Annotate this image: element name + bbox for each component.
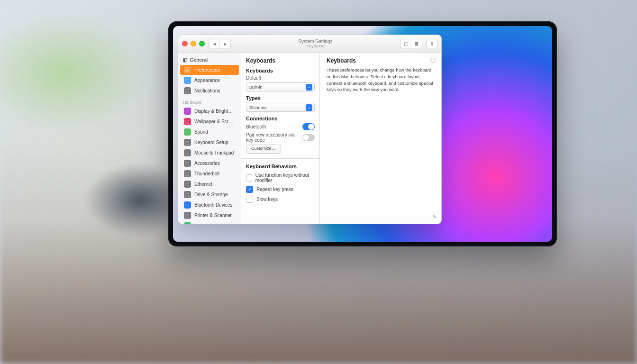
chevron-down-icon: ⌄ (306, 84, 312, 91)
sidebar-header: ◧ General (178, 55, 241, 64)
sidebar-item-label: Preferences (194, 67, 220, 73)
group-connections-label: Connections (246, 116, 315, 121)
sidebar-item-sound[interactable]: ⬚Sound (180, 127, 239, 137)
checkbox-label: Use function keys without modifier (255, 173, 315, 183)
sidebar-item-display[interactable]: ⬚Display & Brightness (180, 106, 239, 116)
minimize-button[interactable] (191, 41, 196, 46)
home-icon: ⌂ (184, 66, 191, 73)
settings-form-column: Keyboards Keyboards Default Built-in ⌄ T… (241, 53, 320, 224)
info-icon[interactable]: ⓘ (430, 57, 436, 64)
nav-forward-button[interactable]: ▸ (219, 39, 230, 48)
behavior-check-row[interactable]: Slow keys (246, 194, 315, 204)
desktop-wallpaper: ◂ ▸ System Settings Keyboard ▢ ≣ ⇪ ◧ (173, 26, 552, 242)
sidebar-item-label: Accessories (194, 161, 220, 166)
sidebar-item-notifications[interactable]: ⬚ Notifications (180, 86, 239, 96)
window-title-area: System Settings Keyboard (235, 39, 396, 49)
checkbox[interactable] (246, 196, 253, 203)
window-controls (182, 41, 205, 46)
sidebar-item-accessories[interactable]: ⬚Accessories (180, 158, 239, 168)
network-icon: ⬚ (184, 222, 191, 224)
sidebar-item-label: Bluetooth Devices (194, 202, 233, 208)
behavior-check-row[interactable]: ✓ Repeat key press (246, 184, 315, 194)
sidebar-item-label: Keyboard Setup (194, 140, 228, 145)
group-behaviors-label: Keyboard Behaviors (246, 164, 315, 169)
share-button[interactable]: ⇪ (426, 39, 437, 48)
sidebar-item-label: Drive & Storage (194, 192, 228, 197)
sidebar-item-thunderbolt[interactable]: ⬚Thunderbolt (180, 169, 239, 179)
sidebar-section-label: Hardware (178, 96, 241, 106)
laptop-frame: ◂ ▸ System Settings Keyboard ▢ ≣ ⇪ ◧ (168, 21, 557, 246)
edit-icon[interactable]: ✎ (432, 214, 437, 220)
sidebar-item-label: Ethernet (194, 182, 212, 187)
detail-description: These preferences let you change how the… (327, 67, 435, 93)
bluetooth-toggle-label: Bluetooth (246, 124, 266, 129)
checkbox-label: Repeat key press (256, 187, 293, 192)
sidebar-item-preferences[interactable]: ⌂ Preferences (180, 65, 239, 75)
sidebar-item-bluetooth[interactable]: ⬚Bluetooth Devices (180, 200, 239, 210)
default-keyboard-select[interactable]: Built-in ⌄ (246, 82, 315, 91)
bluetooth-icon: ⬚ (184, 201, 191, 209)
sidebar-item-label: Network (194, 223, 212, 224)
keyboard-type-select[interactable]: Standard ⌄ (246, 103, 315, 112)
display-icon: ⬚ (184, 108, 191, 115)
view-panel-icon[interactable]: ▢ (400, 39, 411, 48)
sidebar-item-label: Wallpaper & Screen (194, 119, 235, 124)
checkbox[interactable]: ✓ (246, 186, 253, 193)
thunderbolt-icon: ⬚ (184, 170, 191, 177)
pair-toggle-label: Pair new accessory via key code (246, 132, 300, 143)
sidebar-item-ethernet[interactable]: ⬚Ethernet (180, 179, 239, 189)
window-toolbar: ◂ ▸ System Settings Keyboard ▢ ≣ ⇪ (178, 35, 441, 53)
settings-sidebar[interactable]: ◧ General ⌂ Preferences ⬚ Appearance ⬚ N… (178, 53, 241, 224)
sound-icon: ⬚ (184, 128, 191, 136)
close-button[interactable] (182, 41, 188, 46)
default-keyboard-label: Default (246, 75, 261, 81)
wallpaper-icon: ⬚ (184, 118, 191, 125)
checkbox[interactable] (246, 174, 252, 182)
accessories-icon: ⬚ (184, 160, 191, 167)
appearance-icon: ⬚ (184, 77, 191, 84)
detail-title: Keyboards (327, 57, 435, 64)
pair-toggle[interactable] (302, 134, 315, 141)
sidebar-item-label: Notifications (194, 88, 220, 93)
panel-title: Keyboards (246, 57, 315, 64)
behavior-check-row[interactable]: Use function keys without modifier (246, 171, 315, 184)
sidebar-item-label: Display & Brightness (194, 109, 235, 114)
sidebar-item-mouse[interactable]: ⬚Mouse & Trackpad (180, 148, 239, 158)
divider (241, 158, 319, 159)
sidebar-item-label: Appearance (194, 78, 220, 83)
sidebar-item-printer[interactable]: ⬚Printer & Scanner (180, 210, 239, 220)
notifications-icon: ⬚ (184, 87, 191, 94)
select-value: Built-in (249, 85, 263, 90)
chevron-down-icon: ⌄ (306, 104, 312, 111)
checkbox-label: Slow keys (256, 197, 278, 202)
window-subtitle: Keyboard (235, 44, 396, 49)
group-keyboards-label: Keyboards (246, 68, 315, 73)
nav-segmented: ◂ ▸ (209, 39, 231, 48)
view-list-icon[interactable]: ≣ (411, 39, 422, 48)
sidebar-item-keyboard[interactable]: ⬚Keyboard Setup (180, 137, 239, 147)
sidebar-item-storage[interactable]: ⬚Drive & Storage (180, 190, 239, 200)
sidebar-item-label: Mouse & Trackpad (194, 150, 234, 155)
detail-column: Keyboards These preferences let you chan… (320, 53, 441, 224)
select-value: Standard (249, 105, 267, 110)
settings-window: ◂ ▸ System Settings Keyboard ▢ ≣ ⇪ ◧ (178, 35, 442, 224)
customize-button[interactable]: Customize… (246, 145, 281, 154)
storage-icon: ⬚ (184, 191, 191, 198)
keyboard-icon: ⬚ (184, 139, 191, 146)
mouse-icon: ⬚ (184, 149, 191, 156)
ethernet-icon: ⬚ (184, 181, 191, 188)
zoom-button[interactable] (199, 41, 205, 46)
sidebar-header-label: General (190, 57, 208, 63)
window-title: System Settings (235, 39, 396, 44)
sidebar-item-wallpaper[interactable]: ⬚Wallpaper & Screen (180, 117, 239, 127)
sidebar-item-label: Thunderbolt (194, 171, 219, 176)
sidebar-item-label: Printer & Scanner (194, 213, 232, 218)
view-segmented: ▢ ≣ (400, 39, 422, 48)
window-body: ◧ General ⌂ Preferences ⬚ Appearance ⬚ N… (178, 53, 441, 224)
content-area: Keyboards Keyboards Default Built-in ⌄ T… (241, 53, 441, 224)
sidebar-header-icon: ◧ (183, 57, 187, 63)
nav-back-button[interactable]: ◂ (209, 39, 219, 48)
bluetooth-toggle[interactable] (302, 123, 315, 130)
sidebar-item-appearance[interactable]: ⬚ Appearance (180, 75, 239, 85)
sidebar-item-network[interactable]: ⬚Network (180, 221, 239, 224)
